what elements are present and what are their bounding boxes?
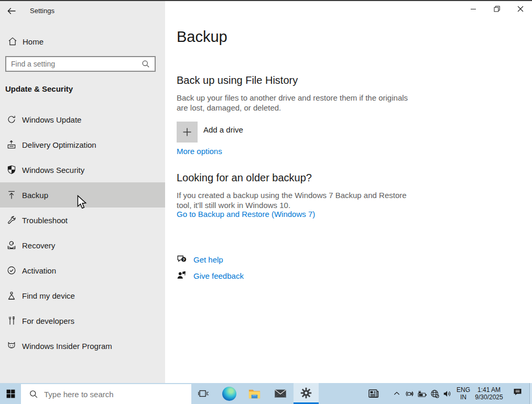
back-arrow-icon: [6, 6, 17, 16]
meet-now-button[interactable]: [403, 383, 416, 404]
volume-button[interactable]: [441, 383, 453, 404]
edge-browser-button[interactable]: [216, 383, 242, 404]
window-controls: [461, 1, 532, 17]
restore-button[interactable]: [485, 1, 508, 17]
globe-no-internet-icon: [430, 389, 440, 399]
sidebar-item-label: Windows Insider Program: [22, 342, 112, 351]
restore-icon: [492, 4, 502, 14]
sidebar-item-find-my-device[interactable]: Find my device: [0, 283, 165, 308]
task-view-icon: [198, 388, 209, 399]
search-icon: [28, 389, 39, 399]
notification-icon: [512, 387, 523, 398]
close-button[interactable]: [508, 1, 532, 17]
settings-window: Settings Home Update & Security Windows …: [0, 1, 532, 383]
file-history-description: Back up your files to another drive and …: [177, 93, 414, 113]
developer-tools-icon: [6, 315, 17, 326]
language-region: IN: [460, 394, 466, 401]
sidebar: Settings Home Update & Security Windows …: [0, 1, 165, 383]
sidebar-item-label: Recovery: [22, 241, 55, 250]
clock[interactable]: 1:41 AM 9/30/2025: [473, 383, 505, 404]
hidden-icons-chevron-button[interactable]: [390, 383, 403, 404]
chevron-up-icon: [393, 389, 401, 398]
settings-search-input[interactable]: [6, 60, 140, 68]
file-history-heading: Back up using File History: [177, 74, 298, 86]
get-help-link[interactable]: ? Get help: [177, 254, 223, 265]
camera-icon: [405, 389, 415, 399]
network-button[interactable]: [428, 383, 441, 404]
task-view-button[interactable]: [191, 383, 215, 404]
taskbar-search-box[interactable]: [21, 384, 191, 404]
clock-time: 1:41 AM: [477, 386, 501, 394]
add-a-drive-button[interactable]: Add a drive: [177, 122, 243, 143]
recovery-icon: [6, 240, 17, 250]
sidebar-section-heading: Update & Security: [5, 84, 73, 93]
sidebar-item-label: Find my device: [22, 291, 75, 300]
action-center-button[interactable]: [507, 383, 527, 404]
plus-icon: [181, 126, 193, 138]
mail-icon: [274, 387, 287, 400]
get-help-icon: ?: [177, 254, 187, 265]
mail-button[interactable]: [268, 383, 293, 404]
get-help-label: Get help: [193, 255, 223, 264]
language-indicator[interactable]: ENG IN: [454, 383, 473, 404]
give-feedback-link[interactable]: Give feedback: [177, 270, 244, 281]
wrench-icon: [6, 215, 17, 225]
locate-device-icon: [6, 290, 17, 301]
file-explorer-icon: [247, 387, 262, 401]
mouse-cursor: [77, 195, 88, 211]
delivery-box-icon: [6, 139, 17, 150]
sidebar-home-label: Home: [23, 37, 44, 46]
settings-taskbar-button[interactable]: [294, 383, 319, 404]
give-feedback-icon: [177, 270, 187, 281]
sidebar-item-label: Troubleshoot: [22, 216, 68, 225]
main-content: Backup Back up using File History Back u…: [165, 1, 532, 383]
more-options-link[interactable]: More options: [177, 147, 222, 156]
older-backup-heading: Looking for an older backup?: [177, 172, 312, 184]
sidebar-item-label: Backup: [22, 191, 48, 200]
shield-icon: [6, 165, 17, 175]
sidebar-item-label: For developers: [22, 316, 74, 325]
page-title: Backup: [177, 28, 227, 46]
taskbar-search-input[interactable]: [39, 389, 191, 399]
sidebar-item-windows-security[interactable]: Windows Security: [0, 157, 165, 182]
back-button[interactable]: [5, 5, 18, 17]
sidebar-item-delivery-optimization[interactable]: Delivery Optimization: [0, 132, 165, 157]
backup-arrow-icon: [6, 190, 17, 200]
news-and-interests-button[interactable]: [362, 383, 386, 404]
sidebar-item-troubleshoot[interactable]: Troubleshoot: [0, 208, 165, 233]
sidebar-item-activation[interactable]: Activation: [0, 258, 165, 283]
speaker-icon: [442, 389, 452, 399]
start-button[interactable]: [0, 383, 21, 404]
clock-date: 9/30/2025: [475, 394, 503, 401]
svg-text:?: ?: [182, 257, 185, 262]
language-code: ENG: [457, 386, 470, 394]
sidebar-item-windows-insider-program[interactable]: Windows Insider Program: [0, 333, 165, 358]
search-icon: [140, 59, 151, 69]
backup-restore-windows7-link[interactable]: Go to Backup and Restore (Windows 7): [177, 210, 315, 219]
file-explorer-button[interactable]: [242, 383, 267, 404]
show-desktop-button[interactable]: [529, 383, 532, 404]
battery-button[interactable]: [416, 383, 428, 404]
close-icon: [515, 4, 526, 14]
home-icon: [7, 36, 18, 47]
gear-icon: [299, 386, 313, 400]
battery-icon: [417, 389, 427, 399]
minimize-button[interactable]: [461, 1, 485, 17]
add-drive-tile[interactable]: [177, 122, 198, 143]
sidebar-item-label: Delivery Optimization: [22, 140, 96, 149]
give-feedback-label: Give feedback: [193, 271, 244, 280]
window-title: Settings: [30, 7, 55, 15]
insider-cat-icon: [6, 341, 17, 351]
sidebar-item-for-developers[interactable]: For developers: [0, 308, 165, 333]
older-backup-description: If you created a backup using the Window…: [177, 190, 414, 210]
sidebar-item-recovery[interactable]: Recovery: [0, 233, 165, 258]
sync-icon: [6, 114, 17, 125]
settings-search-box[interactable]: [5, 56, 156, 72]
activation-check-icon: [6, 265, 17, 276]
sidebar-item-label: Activation: [22, 266, 56, 275]
sidebar-item-windows-update[interactable]: Windows Update: [0, 107, 165, 132]
news-icon: [367, 387, 380, 400]
sidebar-item-home[interactable]: Home: [0, 32, 165, 50]
taskbar: ENG IN 1:41 AM 9/30/2025 1: [0, 383, 532, 404]
sidebar-nav: Windows Update Delivery Optimization Win…: [0, 107, 165, 358]
